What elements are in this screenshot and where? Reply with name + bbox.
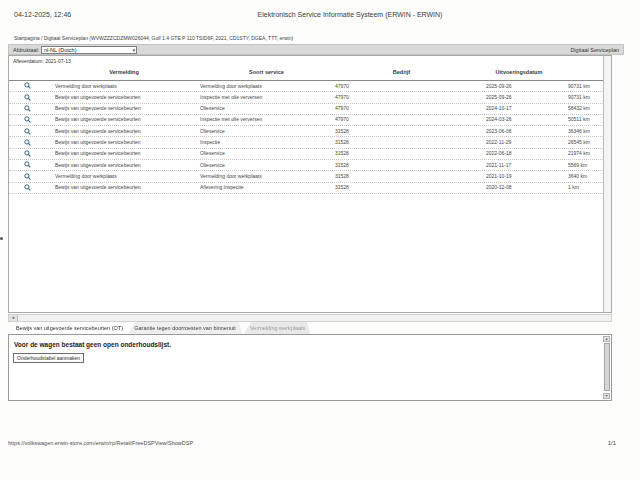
row-vermelding: Bewijs van uitgevoerde servicebeurten bbox=[55, 116, 141, 123]
maintenance-panel: Voor de wagen bestaat geen open onderhou… bbox=[8, 334, 612, 401]
scrollbar-thumb[interactable] bbox=[604, 343, 610, 391]
table-row[interactable]: Bewijs van uitgevoerde servicebeurten Ol… bbox=[9, 160, 605, 171]
tab-bewijs-servicebeurten[interactable]: Bewijs van uitgevoerde servicebeurten (O… bbox=[10, 322, 126, 334]
page-title: Elektronisch Service Informatie Systeem … bbox=[80, 11, 620, 18]
row-soort-service: Olieservice bbox=[200, 128, 225, 135]
row-bedrijf: 31528 bbox=[335, 184, 349, 191]
service-table-body: Vermelding door werkplaats Vermelding do… bbox=[9, 81, 605, 194]
row-bedrijf: 31528 bbox=[335, 139, 349, 146]
magnifier-icon[interactable] bbox=[24, 128, 31, 137]
tab-vermelding-werkplaats[interactable]: Vermelding werkplaats bbox=[244, 322, 310, 334]
magnifier-icon[interactable] bbox=[24, 116, 31, 125]
row-soort-service: Aflevering Inspectie bbox=[200, 184, 244, 191]
print-language-select[interactable]: nl-NL (Dutch) ▾ bbox=[41, 46, 137, 54]
print-datetime: 04-12-2025, 12:46 bbox=[14, 11, 71, 18]
magnifier-icon[interactable] bbox=[24, 150, 31, 159]
section-title: Digitaal Serviceplan bbox=[570, 47, 619, 53]
row-vermelding: Bewijs van uitgevoerde servicebeurten bbox=[55, 139, 141, 146]
row-uitvoeringsdatum: 2022-11-29 bbox=[486, 139, 511, 146]
magnifier-icon[interactable] bbox=[24, 184, 31, 193]
row-vermelding: Vermelding door werkplaats bbox=[55, 173, 117, 180]
row-bedrijf: 47970 bbox=[335, 116, 349, 123]
create-maintenance-table-button[interactable]: Onderhoudstabel aanmaken bbox=[13, 353, 84, 363]
row-kilometerstand: 50511 km bbox=[568, 116, 590, 123]
tab-label: Bewijs van uitgevoerde servicebeurten (O… bbox=[16, 325, 123, 331]
row-vermelding: Vermelding door werkplaats bbox=[55, 83, 117, 90]
row-uitvoeringsdatum: 2021-10-19 bbox=[486, 173, 512, 180]
row-bedrijf: 31528 bbox=[335, 128, 349, 135]
row-soort-service: Olieservice bbox=[200, 150, 225, 157]
row-soort-service: Olieservice bbox=[200, 162, 225, 169]
row-vermelding: Bewijs van uitgevoerde servicebeurten bbox=[55, 94, 141, 101]
row-vermelding: Bewijs van uitgevoerde servicebeurten bbox=[55, 184, 141, 191]
row-soort-service: Inspectie bbox=[200, 139, 220, 146]
column-header-soort-service: Soort service bbox=[204, 69, 329, 75]
column-header-vermelding: Vermelding bbox=[69, 69, 179, 75]
magnifier-icon[interactable] bbox=[24, 82, 31, 91]
toolbar: Afdruktaal: nl-NL (Dutch) ▾ Digitaal Ser… bbox=[8, 44, 624, 55]
column-header-bedrijf: Bedrijf bbox=[344, 69, 459, 75]
row-soort-service: Inspectie met olie verversen bbox=[200, 94, 262, 101]
tab-label: Garantie tegen doorroesten van binnenuit bbox=[134, 325, 236, 331]
scroll-down-icon[interactable]: ▼ bbox=[603, 393, 610, 399]
row-soort-service: Vermelding door werkplaats bbox=[200, 83, 262, 90]
magnifier-icon[interactable] bbox=[24, 94, 31, 103]
row-bedrijf: 31528 bbox=[335, 162, 349, 169]
magnifier-icon[interactable] bbox=[24, 173, 31, 182]
row-soort-service: Vermelding door werkplaats bbox=[200, 173, 262, 180]
delivery-date-label: Afleverdatum: bbox=[13, 58, 44, 64]
scroll-up-icon[interactable]: ▲ bbox=[603, 336, 610, 342]
footer-url: https://volkswagen.erwin-store.com/erwin… bbox=[8, 440, 193, 446]
row-uitvoeringsdatum: 2025-09-26 bbox=[486, 83, 512, 90]
table-row[interactable]: Bewijs van uitgevoerde servicebeurten Af… bbox=[9, 183, 605, 194]
table-row[interactable]: Bewijs van uitgevoerde servicebeurten In… bbox=[9, 92, 605, 103]
row-kilometerstand: 90731 km bbox=[568, 94, 590, 101]
row-vermelding: Bewijs van uitgevoerde servicebeurten bbox=[55, 128, 141, 135]
row-kilometerstand: 3640 km bbox=[568, 173, 587, 180]
column-header-kilometerstand: Kilometerstand bbox=[614, 68, 627, 77]
row-uitvoeringsdatum: 2020-12-08 bbox=[486, 184, 512, 191]
service-plan-frame: Afleverdatum: 2021-07-13 Vermelding Soor… bbox=[8, 55, 612, 313]
row-uitvoeringsdatum: 2023-06-06 bbox=[486, 128, 512, 135]
row-soort-service: Inspectie met olie verversen bbox=[200, 116, 262, 123]
magnifier-icon[interactable] bbox=[24, 139, 31, 148]
chevron-down-icon: ▾ bbox=[132, 47, 135, 53]
magnifier-icon[interactable] bbox=[24, 161, 31, 170]
row-kilometerstand: 5569 km bbox=[568, 162, 587, 169]
table-vertical-scrollbar[interactable] bbox=[603, 56, 611, 312]
scroll-left-icon[interactable]: ◄ bbox=[9, 315, 18, 321]
magnifier-icon[interactable] bbox=[24, 105, 31, 114]
panel-vertical-scrollbar[interactable]: ▲ ▼ bbox=[603, 336, 610, 399]
row-vermelding: Bewijs van uitgevoerde servicebeurten bbox=[55, 105, 141, 112]
row-kilometerstand: 21974 km bbox=[568, 150, 590, 157]
row-bedrijf: 31528 bbox=[335, 173, 349, 180]
delivery-date-value: 2021-07-13 bbox=[45, 58, 71, 64]
table-row[interactable]: Bewijs van uitgevoerde servicebeurten Ol… bbox=[9, 149, 605, 160]
row-kilometerstand: 36346 km bbox=[568, 128, 590, 135]
row-bedrijf: 47970 bbox=[335, 83, 349, 90]
page-number: 1/1 bbox=[608, 440, 616, 446]
row-uitvoeringsdatum: 2021-11-17 bbox=[486, 162, 511, 169]
no-open-maintenance-message: Voor de wagen bestaat geen open onderhou… bbox=[14, 341, 171, 348]
table-row[interactable]: Bewijs van uitgevoerde servicebeurten In… bbox=[9, 137, 605, 148]
row-kilometerstand: 1 km bbox=[568, 184, 579, 191]
print-language-value: nl-NL (Dutch) bbox=[44, 47, 77, 53]
table-row[interactable]: Bewijs van uitgevoerde servicebeurten Ol… bbox=[9, 104, 605, 115]
table-header-row: Vermelding Soort service Bedrijf Uitvoer… bbox=[9, 65, 605, 81]
table-row[interactable]: Vermelding door werkplaats Vermelding do… bbox=[9, 171, 605, 182]
row-uitvoeringsdatum: 2025-09-26 bbox=[486, 94, 512, 101]
tab-garantie-doorroesten[interactable]: Garantie tegen doorroesten van binnenuit bbox=[128, 322, 242, 334]
delivery-date: Afleverdatum: 2021-07-13 bbox=[13, 58, 71, 64]
table-row[interactable]: Bewijs van uitgevoerde servicebeurten Ol… bbox=[9, 126, 605, 137]
print-language-label: Afdruktaal: bbox=[13, 47, 39, 53]
table-row[interactable]: Bewijs van uitgevoerde servicebeurten In… bbox=[9, 115, 605, 126]
table-row[interactable]: Vermelding door werkplaats Vermelding do… bbox=[9, 81, 605, 92]
row-uitvoeringsdatum: 2024-10-17 bbox=[486, 105, 512, 112]
row-soort-service: Olieservice bbox=[200, 105, 225, 112]
row-uitvoeringsdatum: 2022-06-18 bbox=[486, 150, 512, 157]
breadcrumb[interactable]: Startpagina / Digitaal Serviceplan (WVWZ… bbox=[14, 35, 293, 41]
row-kilometerstand: 26545 km bbox=[568, 139, 590, 146]
row-kilometerstand: 90731 km bbox=[568, 83, 590, 90]
row-bedrijf: 47970 bbox=[335, 105, 349, 112]
horizontal-scrollbar[interactable]: ◄ bbox=[8, 314, 612, 322]
